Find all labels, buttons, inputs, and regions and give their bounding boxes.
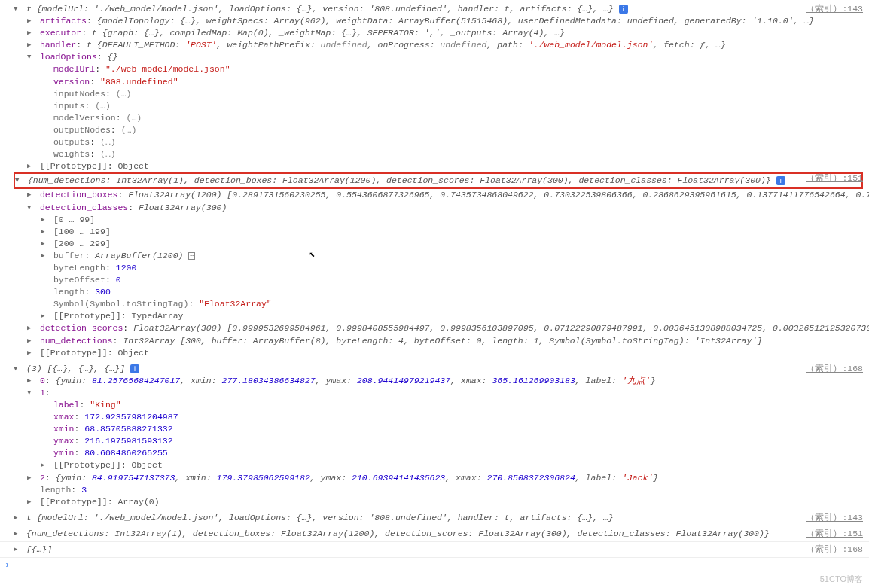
prop-prototype-array[interactable]: [[Prototype]]: Array(0) [0,496,869,508]
chevron-right-icon[interactable] [41,312,48,321]
prop-modelurl: modelUrl: "./web_model/model.json" [0,63,869,75]
array-item-0[interactable]: 0: {ymin: 81.25765684247017, xmin: 277.1… [0,375,869,387]
prop-key: modelUrl [53,64,95,74]
prop-symbol-tostringtag: Symbol(Symbol.toStringTag): "Float32Arra… [0,298,869,310]
memory-icon[interactable]: ⋯ [188,252,195,260]
chevron-right-icon[interactable] [27,376,35,386]
chevron-right-icon[interactable] [27,162,35,172]
prop-loadoptions[interactable]: loadOptions: {} [0,51,869,63]
prop-key: artifacts [40,16,87,26]
source-link[interactable]: （索引）:143 [806,3,863,15]
prop-handler[interactable]: handler: t {DEFAULT_METHOD: 'POST', weig… [0,39,869,51]
info-icon[interactable]: i [130,364,139,373]
array-item-1[interactable]: 1: [0,387,869,399]
chevron-right-icon[interactable] [41,227,48,237]
chevron-right-icon[interactable] [41,215,48,225]
object-detections-expanded[interactable]: {num_detections: Int32Array(1), detectio… [15,175,861,187]
prop-outputnodes[interactable]: outputNodes: (…) [0,124,869,136]
object-detections-collapsed[interactable]: {num_detections: Int32Array(1), detectio… [0,528,869,540]
info-icon[interactable]: i [619,5,628,14]
prop-value: {} [108,52,118,62]
source-link[interactable]: （索引）:168 [806,363,863,375]
chevron-right-icon[interactable] [41,251,48,261]
prop-xmin: xmin: 68.85705888271332 [0,423,869,435]
prop-value: {modelTopology: {…}, weightSpecs: Array(… [97,16,814,26]
prop-outputs[interactable]: outputs: (…) [0,136,869,148]
prop-inputnodes[interactable]: inputNodes: (…) [0,88,869,100]
prop-value: t {graph: {…}, compiledMap: Map(0), _wei… [92,28,565,38]
object-t-expanded[interactable]: t {modelUrl: './web_model/model.json', l… [0,3,869,15]
prop-bytelength: byteLength: 1200 [0,262,869,274]
chevron-right-icon[interactable] [27,349,35,358]
array-range-200-299[interactable]: [200 … 299] [0,238,869,250]
chevron-down-icon[interactable] [14,5,21,14]
source-link[interactable]: （索引）:168 [806,544,863,556]
prop-prototype-typedarray[interactable]: [[Prototype]]: TypedArray [0,310,869,322]
object-t-collapsed[interactable]: t {modelUrl: './web_model/model.json', l… [0,512,869,524]
chevron-right-icon[interactable] [27,190,35,200]
source-link[interactable]: （索引）:151 [806,528,863,540]
chevron-right-icon[interactable] [27,324,35,334]
chevron-right-icon[interactable] [41,239,48,249]
chevron-down-icon[interactable] [15,176,23,186]
prop-modelversion[interactable]: modelVersion: (…) [0,112,869,124]
prop-weights[interactable]: weights: (…) [0,148,869,160]
prop-key: handler [40,40,76,50]
chevron-right-icon[interactable] [14,513,21,523]
object-summary: {num_detections: Int32Array(1), detectio… [28,175,771,185]
chevron-down-icon[interactable] [14,364,21,374]
chevron-right-icon[interactable] [27,17,35,26]
chevron-down-icon[interactable] [27,53,35,62]
prop-buffer[interactable]: buffer: ArrayBuffer(1200) ⋯ [0,250,869,262]
prop-value: t {DEFAULT_METHOD: [87,40,185,50]
prop-value: "./web_model/model.json" [105,64,230,74]
array-1-collapsed[interactable]: [{…}] （索引）:168 [0,544,869,556]
prop-version: version: "808.undefined" [0,76,869,88]
prop-length: length: 300 [0,286,869,298]
chevron-right-icon[interactable] [27,29,35,38]
chevron-right-icon[interactable] [41,461,48,471]
prop-executor[interactable]: executor: t {graph: {…}, compiledMap: Ma… [0,27,869,39]
prop-detection-scores[interactable]: detection_scores: Float32Array(300) [0.9… [0,322,869,334]
prop-prototype[interactable]: [[Prototype]]: Object [0,160,869,172]
info-icon[interactable]: i [776,176,785,185]
prop-ymin: ymin: 80.6084860265255 [0,447,869,459]
prop-prototype[interactable]: [[Prototype]]: Object [0,459,869,471]
chevron-right-icon[interactable] [27,337,35,346]
chevron-right-icon[interactable] [14,529,21,539]
prop-prototype[interactable]: [[Prototype]]: Object [0,347,869,359]
chevron-right-icon[interactable] [27,474,35,483]
array-range-100-199[interactable]: [100 … 199] [0,226,869,238]
array-3-expanded[interactable]: (3) [{…}, {…}, {…}] i （索引）:168 [0,363,869,375]
prop-label: label: "King" [0,399,869,411]
chevron-right-icon[interactable] [14,545,21,555]
watermark: 51CTO博客 [820,574,863,585]
highlight-box: {num_detections: Int32Array(1), detectio… [14,172,863,189]
prop-length: length: 3 [0,484,869,496]
chevron-right-icon[interactable] [27,498,35,507]
prop-key: loadOptions [40,52,97,62]
prop-ymax: ymax: 216.1975981593132 [0,435,869,447]
console-prompt[interactable]: › [0,559,869,572]
chevron-down-icon[interactable] [27,388,35,398]
source-link[interactable]: （索引）:143 [806,512,863,524]
prop-byteoffset: byteOffset: 0 [0,274,869,286]
prop-detection-boxes[interactable]: detection_boxes: Float32Array(1200) [0.2… [0,189,869,201]
prop-num-detections[interactable]: num_detections: Int32Array [300, buffer:… [0,335,869,347]
prop-artifacts[interactable]: artifacts: {modelTopology: {…}, weightSp… [0,15,869,27]
chevron-right-icon[interactable] [27,41,35,50]
prop-xmax: xmax: 172.92357981204987 [0,411,869,423]
object-type: t [26,4,37,14]
object-summary: {modelUrl: './web_model/model.json', loa… [37,4,614,14]
array-item-2[interactable]: 2: {ymin: 84.9197547137373, xmin: 179.37… [0,472,869,484]
prop-inputs[interactable]: inputs: (…) [0,100,869,112]
chevron-down-icon[interactable] [27,203,35,213]
prop-key: executor [40,28,81,38]
array-range-0-99[interactable]: [0 … 99] [0,214,869,226]
prop-detection-classes[interactable]: detection_classes: Float32Array(300) [0,202,869,214]
